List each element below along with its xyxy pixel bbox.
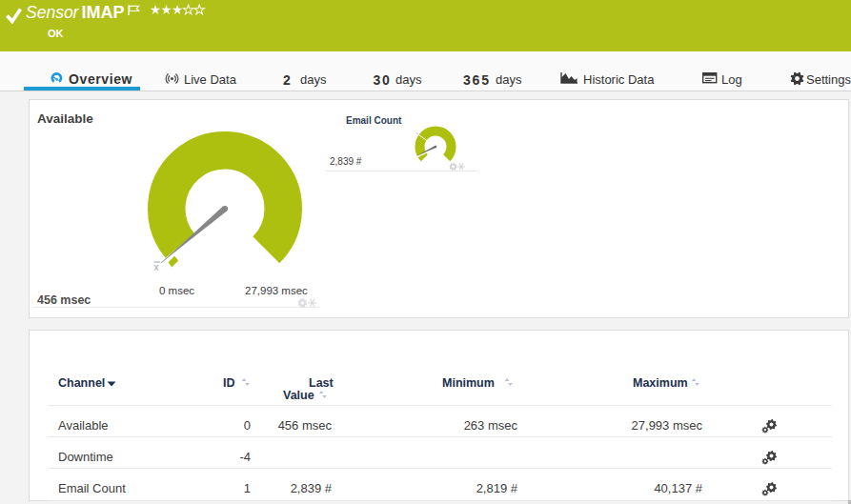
svg-text:x: x — [153, 262, 158, 272]
